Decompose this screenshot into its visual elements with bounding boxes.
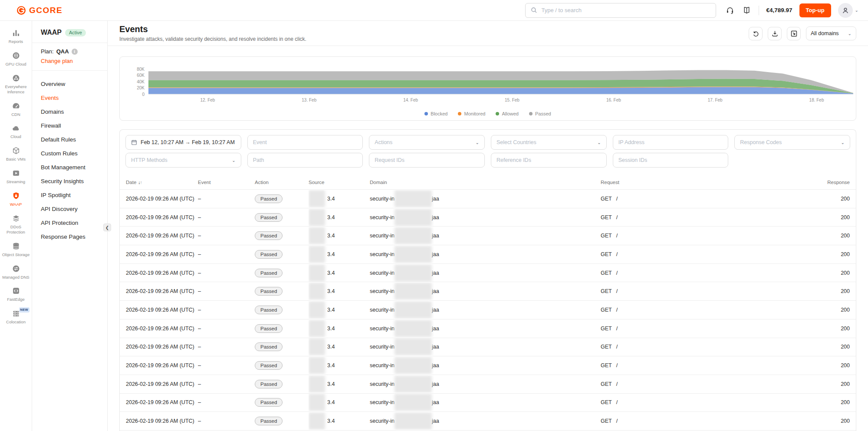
column-event[interactable]: Event [198,180,255,185]
table-row[interactable]: 2026-02-19 09:26 AM (UTC)–Passed3.4secur… [120,319,856,338]
rail-item-reports[interactable]: Reports [0,25,32,48]
http-methods-filter-select[interactable]: HTTP Methods ⌄ [125,153,241,168]
table-row[interactable]: 2026-02-19 09:26 AM (UTC)–Passed3.4secur… [120,375,856,394]
cell-action: Passed [255,250,309,259]
rail-item-colocation[interactable]: NEW Colocation [0,306,32,328]
rail-item-basic-vms[interactable]: Basic VMs [0,143,32,165]
collapse-view-button[interactable] [787,27,801,40]
rail-item-object-storage[interactable]: Object Storage [0,238,32,261]
path-input[interactable] [253,157,358,163]
column-action[interactable]: Action [255,180,309,185]
domain-filter-select[interactable]: All domains ⌄ [806,26,856,40]
table-row[interactable]: 2026-02-19 09:26 AM (UTC)–Passed3.4secur… [120,338,856,357]
download-button[interactable] [768,27,782,40]
x-tick-label: 14. Feb [403,98,418,102]
cell-request: GET/ [601,307,826,313]
sidebar-item-bot-management[interactable]: Bot Management [32,160,107,174]
cell-date: 2026-02-19 09:26 AM (UTC) [126,362,198,368]
legend-item-allowed[interactable]: Allowed [496,111,519,116]
cell-event: – [198,270,255,276]
redacted-source [309,394,325,411]
rail-item-fastedge[interactable]: FastEdge [0,283,32,306]
table-row[interactable]: 2026-02-19 09:26 AM (UTC)–Passed3.4secur… [120,356,856,375]
info-icon[interactable]: i [72,49,78,55]
table-row[interactable]: 2026-02-19 09:26 AM (UTC)–Passed3.4secur… [120,412,856,431]
table-row[interactable]: 2026-02-19 09:26 AM (UTC)–Passed3.4secur… [120,301,856,319]
http-methods-placeholder: HTTP Methods [131,157,168,163]
search-input[interactable] [541,7,710,13]
request-ids-filter[interactable] [369,153,485,168]
reference-ids-filter[interactable] [491,153,607,168]
response-codes-placeholder: Response Codes [740,139,782,145]
path-filter[interactable] [247,153,363,168]
reference-ids-input[interactable] [496,157,601,163]
sidebar-item-api-discovery[interactable]: API Discovery [32,202,107,216]
table-row[interactable]: 2026-02-19 09:26 AM (UTC)–Passed3.4secur… [120,245,856,264]
sidebar-item-firewall[interactable]: Firewall [32,118,107,132]
product-rail: Reports GPU Cloud Everywhere Inference [0,21,32,431]
column-date[interactable]: Date↓↑ [126,180,198,185]
cell-domain: security-injaa [370,283,601,300]
person-icon [841,6,850,15]
docs-book-icon[interactable] [741,5,752,16]
countries-filter-select[interactable]: Select Countries ⌄ [491,135,607,150]
sidebar-item-response-pages[interactable]: Response Pages [32,230,107,243]
user-menu[interactable]: ⌄ [838,3,858,18]
sidebar-collapse-button[interactable]: ❮ [103,224,111,231]
avatar[interactable] [838,3,853,18]
column-source[interactable]: Source [309,180,370,185]
sidebar-item-ip-spotlight[interactable]: IP Spotlight [32,188,107,202]
sidebar-item-overview[interactable]: Overview [32,77,107,91]
rail-item-cloud[interactable]: Cloud [0,120,32,143]
sidebar-item-events[interactable]: Events [32,91,107,105]
sidebar-item-default-rules[interactable]: Default Rules [32,132,107,146]
legend-item-passed[interactable]: Passed [529,111,551,116]
ip-address-filter[interactable] [613,135,729,150]
rail-item-managed-dns[interactable]: Managed DNS [0,261,32,283]
gcore-logo[interactable]: GCORE [16,6,62,15]
sort-icon[interactable]: ↓↑ [138,180,142,185]
sidebar-item-security-insights[interactable]: Security Insights [32,174,107,188]
redacted-source [309,283,325,300]
rail-item-waap[interactable]: WAAP [0,188,32,211]
sidebar-item-custom-rules[interactable]: Custom Rules [32,146,107,160]
rail-item-ddos-protection[interactable]: DDoS Protection [0,211,32,238]
table-row[interactable]: 2026-02-19 09:26 AM (UTC)–Passed3.4secur… [120,264,856,283]
table-row[interactable]: 2026-02-19 09:26 AM (UTC)–Passed3.4secur… [120,227,856,245]
redacted-domain [395,246,432,263]
column-request[interactable]: Request [601,180,826,185]
cell-domain: security-injaa [370,394,601,411]
request-ids-input[interactable] [375,157,479,163]
table-row[interactable]: 2026-02-19 09:26 AM (UTC)–Passed3.4secur… [120,282,856,301]
global-search[interactable] [525,3,716,18]
rail-item-everywhere-inference[interactable]: Everywhere Inference [0,70,32,98]
table-row[interactable]: 2026-02-19 09:26 AM (UTC)–Passed3.4secur… [120,208,856,227]
sidebar-item-api-protection[interactable]: API Protection [32,216,107,230]
refresh-button[interactable] [749,27,763,40]
table-row[interactable]: 2026-02-19 09:26 AM (UTC)–Passed3.4secur… [120,190,856,208]
column-domain[interactable]: Domain [370,180,601,185]
support-headset-icon[interactable] [725,5,735,16]
session-ids-input[interactable] [618,157,723,163]
cell-source: 3.4 [309,209,370,226]
rail-item-streaming[interactable]: Streaming [0,165,32,188]
table-row[interactable]: 2026-02-19 09:26 AM (UTC)–Passed3.4secur… [120,394,856,412]
sidebar-item-domains[interactable]: Domains [32,105,107,118]
ip-address-input[interactable] [618,139,723,145]
legend-item-blocked[interactable]: Blocked [424,111,447,116]
change-plan-link[interactable]: Change plan [41,58,99,64]
column-response[interactable]: Response [826,180,850,185]
rail-item-cdn[interactable]: CDN [0,98,32,121]
response-codes-filter-select[interactable]: Response Codes ⌄ [734,135,850,150]
cell-date: 2026-02-19 09:26 AM (UTC) [126,307,198,313]
actions-filter-select[interactable]: Actions ⌄ [369,135,485,150]
event-filter-input[interactable] [253,139,358,145]
chart-legend: BlockedMonitoredAllowedPassed [120,111,856,116]
cell-action: Passed [255,417,309,425]
date-range-picker[interactable]: Feb 12, 10:27 AM → Feb 19, 10:27 AM [125,135,241,150]
event-filter[interactable] [247,135,363,150]
session-ids-filter[interactable] [613,153,729,168]
legend-item-monitored[interactable]: Monitored [458,111,485,116]
topup-button[interactable]: Top-up [799,3,831,17]
rail-item-gpu-cloud[interactable]: GPU Cloud [0,48,32,70]
